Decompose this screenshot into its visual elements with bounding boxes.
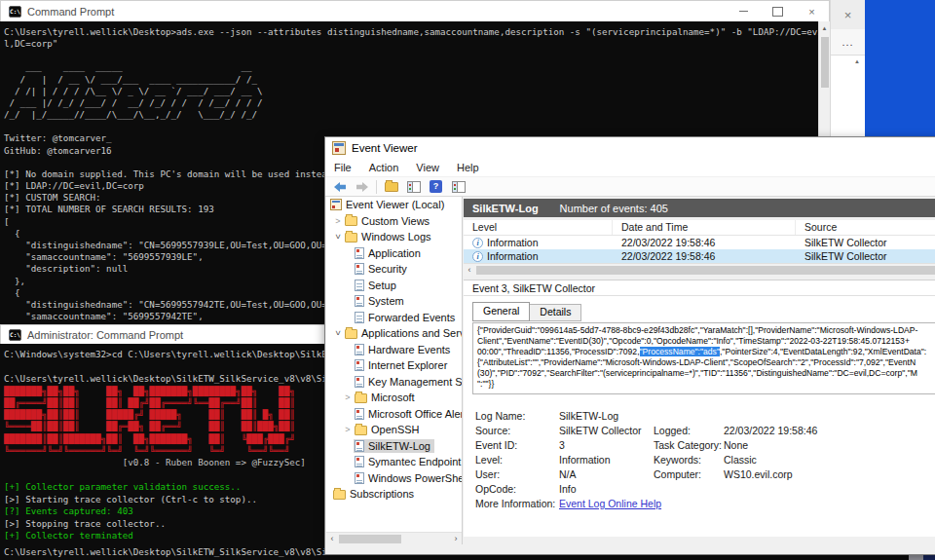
event-log-online-help-link[interactable]: Event Log Online Help bbox=[559, 498, 661, 509]
tree-item-custom-views[interactable]: Custom Views bbox=[326, 213, 462, 230]
action-pane-toggle-icon[interactable] bbox=[450, 179, 467, 195]
scrollbar-thumb[interactable] bbox=[476, 266, 935, 275]
preview-tabs: General Details bbox=[464, 296, 935, 323]
scrollbar-thumb[interactable] bbox=[339, 535, 401, 543]
event-viewer-title: Event Viewer bbox=[352, 142, 418, 154]
scroll-right-icon[interactable]: › bbox=[450, 533, 462, 544]
tab-general[interactable]: General bbox=[472, 302, 530, 321]
event-summary-bar: Event 3, SilkETW Collector bbox=[464, 280, 935, 296]
field-value: SilkETW Collector bbox=[559, 425, 642, 436]
ads-command-line: C:\Users\tyrell.wellick\Desktop>ads.exe … bbox=[4, 26, 818, 50]
adsearch-ascii-banner: ___ ____ _____ __ / | / __ \/ ___/___ __… bbox=[4, 61, 818, 121]
field-value: SilkETW-Log bbox=[559, 410, 618, 422]
event-viewer-titlebar[interactable]: Event Viewer bbox=[325, 137, 935, 159]
tree-item-key-management-service[interactable]: Key Management Service bbox=[326, 374, 462, 391]
chevron-right-icon[interactable] bbox=[342, 392, 354, 402]
cmd1-title: Command Prompt bbox=[27, 6, 114, 18]
menu-help[interactable]: Help bbox=[448, 162, 488, 173]
tree-item-windows-powershell[interactable]: Windows PowerShell bbox=[326, 470, 462, 487]
field-value: Info bbox=[559, 483, 577, 495]
event-preview-pane: Event 3, SilkETW Collector General Detai… bbox=[464, 280, 935, 537]
information-icon bbox=[472, 251, 483, 262]
help-icon[interactable] bbox=[428, 179, 444, 195]
forward-arrow-icon[interactable] bbox=[354, 179, 370, 195]
tree-item-system[interactable]: System bbox=[326, 293, 462, 310]
log-name: SilkETW-Log bbox=[472, 203, 539, 214]
menu-view[interactable]: View bbox=[407, 162, 448, 173]
more-options-icon[interactable]: ... bbox=[831, 29, 865, 56]
collapse-arrow-icon[interactable]: ▲ bbox=[831, 56, 865, 64]
tree-item-symantec-endpoint-protection[interactable]: Symantec Endpoint Prote bbox=[326, 454, 462, 470]
event-json-textbox[interactable]: {"ProviderGuid":"099614a5-5dd7-4788-8bc9… bbox=[472, 322, 935, 394]
event-detail-fields: Log Name:SilkETW-Log Source:SilkETW Coll… bbox=[464, 394, 935, 537]
tree-item-forwarded-events[interactable]: Forwarded Events bbox=[326, 310, 462, 326]
event-list-pane: SilkETW-Log Number of events: 405 Level … bbox=[464, 197, 935, 537]
field-value: N/A bbox=[559, 468, 577, 480]
cmd2-title: Administrator: Command Prompt bbox=[27, 329, 183, 341]
scroll-up-icon[interactable]: ▲ bbox=[819, 21, 830, 35]
event-log-icon bbox=[355, 295, 364, 307]
event-viewer-window: Event Viewer File Action View Help Event… bbox=[324, 136, 935, 555]
chevron-down-icon[interactable] bbox=[332, 328, 344, 338]
log-header-bar: SilkETW-Log Number of events: 405 bbox=[464, 199, 935, 217]
chevron-right-icon[interactable] bbox=[332, 216, 344, 226]
tree-item-openssh[interactable]: OpenSSH bbox=[326, 422, 462, 438]
tree-item-security[interactable]: Security bbox=[326, 261, 462, 278]
field-value: None bbox=[724, 439, 748, 451]
tree-item-event-viewer-local[interactable]: Event Viewer (Local) bbox=[326, 197, 462, 213]
folder-icon bbox=[345, 233, 357, 243]
field-label: Level: bbox=[475, 454, 559, 466]
field-label: Computer: bbox=[654, 468, 724, 480]
event-log-icon bbox=[355, 376, 364, 388]
maximize-button[interactable] bbox=[761, 1, 795, 21]
event-viewer-root-icon bbox=[330, 199, 342, 210]
scroll-left-icon[interactable]: ‹ bbox=[464, 264, 475, 277]
cmd1-titlebar[interactable]: Command Prompt × bbox=[0, 0, 830, 21]
tree-item-hardware-events[interactable]: Hardware Events bbox=[326, 342, 462, 358]
event-viewer-icon bbox=[332, 141, 346, 155]
highlighted-processname: "ProcessName":"ads" bbox=[640, 347, 720, 356]
console-tree-toggle-icon[interactable] bbox=[405, 179, 422, 195]
event-row[interactable]: Information 22/03/2022 19:58:46 SilkETW … bbox=[464, 236, 935, 249]
open-saved-log-icon[interactable] bbox=[383, 179, 399, 195]
tab-details[interactable]: Details bbox=[530, 304, 581, 321]
tree-item-windows-logs[interactable]: Windows Logs bbox=[326, 229, 462, 245]
folder-icon bbox=[355, 426, 367, 435]
field-value: Classic bbox=[724, 454, 757, 466]
column-date-time[interactable]: Date and Time bbox=[613, 220, 796, 235]
menu-file[interactable]: File bbox=[325, 162, 360, 173]
minimize-button[interactable] bbox=[727, 1, 761, 21]
event-row-selected[interactable]: Information 22/03/2022 19:58:46 SilkETW … bbox=[464, 249, 935, 263]
tree-item-subscriptions[interactable]: Subscriptions bbox=[326, 486, 462, 503]
tree-item-microsoft[interactable]: Microsoft bbox=[326, 390, 462, 406]
toolbar bbox=[325, 176, 935, 197]
menu-action[interactable]: Action bbox=[360, 162, 408, 173]
toolbar-separator bbox=[376, 180, 377, 194]
chevron-down-icon[interactable] bbox=[332, 232, 344, 242]
tree-item-silketw-log[interactable]: SilkETW-Log bbox=[326, 438, 462, 455]
close-icon[interactable]: × bbox=[831, 0, 865, 29]
information-icon bbox=[472, 238, 483, 248]
console-tree-panel: Event Viewer (Local) Custom Views Window… bbox=[326, 197, 463, 544]
tree-item-applications-services-logs[interactable]: Applications and Services Log bbox=[326, 325, 462, 342]
scroll-left-icon[interactable]: ‹ bbox=[326, 533, 338, 544]
menu-bar: File Action View Help bbox=[325, 159, 935, 176]
event-json-text: {"ProviderGuid":"099614a5-5dd7-4788-8bc9… bbox=[477, 325, 935, 347]
back-arrow-icon[interactable] bbox=[331, 179, 348, 195]
tree-item-microsoft-office-alerts[interactable]: Microsoft Office Alerts bbox=[326, 406, 462, 423]
event-log-icon bbox=[355, 456, 364, 467]
tree-item-application[interactable]: Application bbox=[326, 245, 462, 262]
chevron-right-icon[interactable] bbox=[342, 425, 354, 434]
tree-item-setup[interactable]: Setup bbox=[326, 278, 462, 294]
field-label: More Information: bbox=[475, 498, 559, 509]
scrollbar-thumb[interactable] bbox=[821, 37, 829, 88]
tree-item-internet-explorer[interactable]: Internet Explorer bbox=[326, 357, 462, 374]
event-log-icon bbox=[355, 440, 364, 452]
column-source[interactable]: Source bbox=[796, 220, 935, 235]
event-json-text: {"AttributeList":"","ProviderName":"Micr… bbox=[477, 357, 935, 390]
tree-horizontal-scrollbar[interactable]: ‹ › bbox=[326, 532, 462, 544]
event-log-plain-icon bbox=[355, 312, 364, 323]
column-level[interactable]: Level bbox=[464, 220, 613, 235]
list-horizontal-scrollbar[interactable]: ‹ bbox=[464, 263, 935, 276]
close-button[interactable]: × bbox=[795, 1, 829, 21]
